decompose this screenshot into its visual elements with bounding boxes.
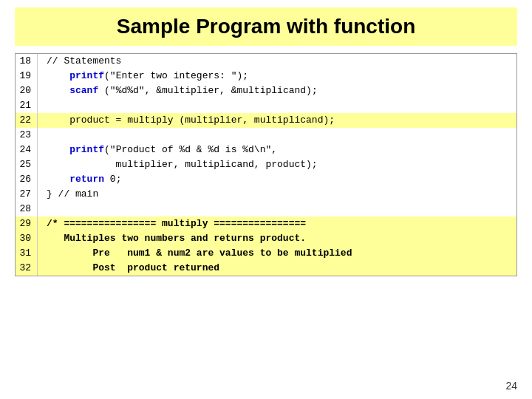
line-content: } // main: [38, 187, 98, 202]
line-content: Post product returned: [38, 261, 219, 276]
line-content: printf("Product of %d & %d is %d\n",: [38, 143, 277, 157]
code-line: 19 printf("Enter two integers: ");: [16, 69, 516, 83]
line-number: 28: [16, 202, 38, 216]
line-content: /* ================ multiply ===========…: [38, 216, 306, 231]
code-line: 24 printf("Product of %d & %d is %d\n",: [16, 143, 516, 157]
line-number: 24: [16, 143, 38, 157]
code-line: 30 Multiples two numbers and returns pro…: [16, 231, 516, 246]
page-number: 24: [505, 380, 517, 392]
line-number: 26: [16, 172, 38, 187]
line-number: 21: [16, 98, 38, 113]
line-content: Pre num1 & num2 are values to be multipl…: [38, 246, 352, 261]
page-title: Sample Program with function: [15, 7, 517, 46]
line-content: [38, 202, 52, 216]
code-line: 21: [16, 98, 516, 113]
code-line: 22 product = multiply (multiplier, multi…: [16, 113, 516, 128]
code-line: 25 multiplier, multiplicand, product);: [16, 157, 516, 172]
line-content: // Statements: [38, 54, 121, 69]
line-number: 18: [16, 54, 38, 69]
line-content: Multiples two numbers and returns produc…: [38, 231, 306, 246]
line-content: [38, 98, 52, 113]
code-block: 18// Statements19 printf("Enter two inte…: [15, 53, 517, 276]
line-number: 23: [16, 128, 38, 143]
line-number: 27: [16, 187, 38, 202]
line-content: scanf ("%d%d", &multiplier, &multiplican…: [38, 83, 318, 98]
code-line: 23: [16, 128, 516, 143]
code-line: 31 Pre num1 & num2 are values to be mult…: [16, 246, 516, 261]
code-line: 32 Post product returned: [16, 261, 516, 276]
line-content: multiplier, multiplicand, product);: [38, 157, 318, 172]
code-line: 18// Statements: [16, 54, 516, 69]
line-number: 20: [16, 83, 38, 98]
code-line: 29/* ================ multiply =========…: [16, 216, 516, 231]
line-number: 32: [16, 261, 38, 276]
code-line: 28: [16, 202, 516, 216]
line-number: 29: [16, 216, 38, 231]
line-number: 31: [16, 246, 38, 261]
line-content: [38, 128, 52, 143]
line-number: 25: [16, 157, 38, 172]
line-content: printf("Enter two integers: ");: [38, 69, 248, 83]
line-content: product = multiply (multiplier, multipli…: [38, 113, 335, 128]
code-line: 20 scanf ("%d%d", &multiplier, &multipli…: [16, 83, 516, 98]
code-line: 27} // main: [16, 187, 516, 202]
line-number: 22: [16, 113, 38, 128]
code-line: 26 return 0;: [16, 172, 516, 187]
line-content: return 0;: [38, 172, 121, 187]
line-number: 19: [16, 69, 38, 83]
line-number: 30: [16, 231, 38, 246]
